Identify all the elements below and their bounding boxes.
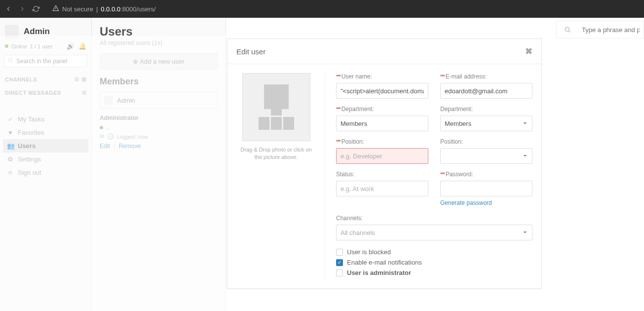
browser-back-button[interactable] [4,4,13,13]
users-panel: Users All registered users (1x) ⊕ Add a … [92,18,226,311]
page-title: Users [100,25,218,39]
nav-users[interactable]: 👥 Users [3,139,88,153]
nav-favorites[interactable]: ♥ Favorites [3,126,88,139]
users-icon: 👥 [7,142,14,150]
administrator-label: Administrator [100,115,218,121]
label-department: Department: [341,106,374,113]
browser-forward-button[interactable] [18,4,27,13]
status-field[interactable] [336,181,428,196]
channels-select[interactable]: All channels [336,225,532,240]
status-dot-icon [100,126,103,129]
modal-title: Edit user [236,47,265,56]
browser-reload-button[interactable] [32,4,40,13]
sidebar: Admin Online 1 / 1 user 🔊 🔔 CHANNELS ⊞ ▦ [0,18,92,311]
edit-user-modal: Edit user ✖ Drag & Drop photo or click o… [227,39,542,289]
status-text: ... [106,124,111,130]
remove-link[interactable]: Remove [119,143,141,150]
nav-signout[interactable]: ⎋ Sign out [3,166,88,179]
user-blocked-label: User is blocked [347,248,391,256]
photo-dropzone[interactable] [242,73,310,141]
dm-section-label: DIRECT MESSAGES [5,90,61,96]
top-search-input[interactable] [578,21,644,39]
label-channels: Channels: [336,215,363,222]
url-host: 0.0.0.0 [101,5,120,13]
clock-icon: 🕒 [107,133,114,140]
password-field[interactable] [440,181,532,196]
volume-icon[interactable]: 🔊 [67,42,75,50]
not-secure-label: Not secure [62,5,93,13]
edit-link[interactable]: Edit [100,143,110,150]
position-select[interactable] [440,148,532,164]
email-notif-label: Enable e-mail notifications [347,259,422,266]
is-admin-label: User is administrator [347,269,411,276]
member-name: Admin [117,97,135,104]
label-password: Password: [446,171,473,178]
avatar[interactable] [5,25,19,39]
top-search [556,18,644,41]
svg-point-1 [565,27,569,31]
label-department-select: Department: [440,106,473,113]
image-placeholder-icon [259,84,294,130]
page-subtitle: All registered users (1x) [100,39,218,46]
status-dot-icon [5,44,8,48]
mail-icon: ✉ [100,133,104,140]
user-blocked-checkbox[interactable] [336,249,343,256]
not-secure-icon [52,5,59,13]
heart-icon: ♥ [7,129,14,136]
generate-password-link[interactable]: Generate password [440,199,492,206]
add-dm-icon[interactable]: ⊞ [82,89,87,96]
is-admin-checkbox[interactable] [336,270,343,276]
email-field[interactable] [440,83,532,99]
gear-icon: ⚙ [7,156,14,163]
members-header: Members [100,77,218,87]
status-count: 1 / 1 user [30,43,53,49]
photo-hint: Drag & Drop photo or click on the pictur… [236,146,316,161]
label-position-select: Position: [440,138,463,145]
logged-label: Logged: now [117,134,148,140]
channel-settings-icon[interactable]: ▦ [81,76,87,82]
member-avatar [104,96,113,105]
username-field[interactable] [336,83,428,99]
label-status: Status: [336,171,354,178]
email-notif-checkbox[interactable]: ✓ [336,259,343,266]
channels-section-label: CHANNELS [5,77,37,82]
plus-icon: ⊕ [133,58,138,65]
position-field[interactable] [336,148,428,164]
member-row[interactable]: Admin [100,92,218,109]
add-user-button[interactable]: ⊕ Add a new user [100,53,218,70]
bell-icon[interactable]: 🔔 [78,42,86,50]
top-search-button[interactable] [556,21,578,39]
signout-icon: ⎋ [7,169,14,176]
close-icon[interactable]: ✖ [525,46,532,57]
add-channel-icon[interactable]: ⊞ [75,76,79,82]
check-icon: ✓ [7,116,14,123]
sidebar-search-input[interactable] [16,58,90,65]
label-email: E-mail address: [446,73,487,80]
status-online: Online [11,43,27,49]
department-select[interactable]: Members [440,116,532,131]
svg-point-0 [8,58,12,62]
nav-settings[interactable]: ⚙ Settings [3,153,88,166]
browser-chrome: Not secure | 0.0.0.0:8000/users/ [0,0,644,18]
sidebar-search[interactable] [4,55,87,67]
search-icon [7,57,13,65]
label-username: User name: [341,73,372,80]
current-user-name: Admin [24,27,50,37]
nav-my-tasks[interactable]: ✓ My Tasks [3,113,88,126]
department-field[interactable] [336,116,428,131]
url-path: :8000/users/ [120,5,156,13]
label-position: Position: [341,138,364,145]
